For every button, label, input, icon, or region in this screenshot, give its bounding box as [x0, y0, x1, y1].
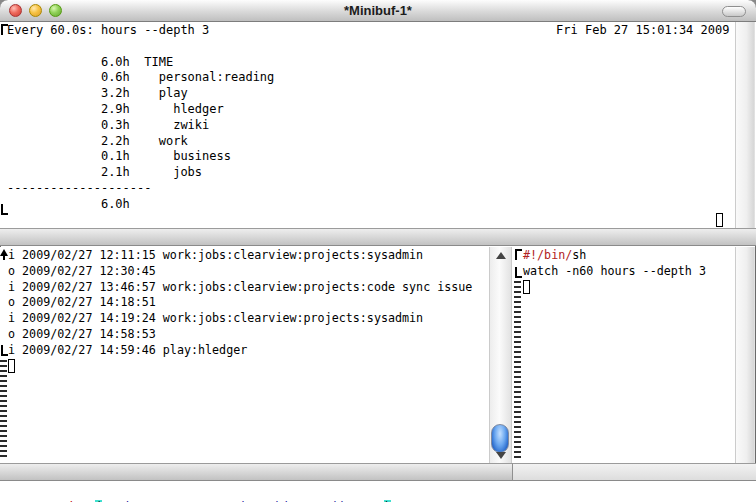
shebang-path: #!/bin/: [523, 248, 572, 262]
empty-lines-fringe-icon: [514, 281, 521, 460]
timelog-line: i 2009/02/27 14:19:24 work:jobs:clearvie…: [8, 311, 472, 327]
script-line: watch -n60 hours --depth 3: [523, 264, 706, 280]
term-line: 2.1h jobs: [7, 165, 729, 181]
timelog-text: i 2009/02/27 12:11:15 work:jobs:clearvie…: [8, 248, 472, 359]
titlebar[interactable]: *Minibuf-1*: [0, 0, 756, 22]
buffer-continues-up-arrow-icon: [3, 255, 5, 260]
term-cursor: [716, 213, 723, 227]
scroll-down-arrow-icon[interactable]: [496, 452, 506, 459]
term-line: 2.2h work: [7, 134, 729, 150]
modeline-timelog[interactable]: --:-- current.timelog Bot (3726,0) darcs…: [0, 463, 512, 481]
script-cursor: [523, 280, 530, 294]
timelog-line: o 2009/02/27 14:58:53: [8, 327, 472, 343]
term-line: [7, 39, 729, 55]
script-window[interactable]: #!/bin/sh watch -n60 hours --depth 3: [512, 247, 735, 463]
modeline-ansi-term[interactable]: -u:** *ansi-term* All (13,101) (Term: ch…: [0, 228, 756, 246]
timelog-line: o 2009/02/27 12:30:45: [8, 264, 472, 280]
term-output: Every 60.0s: hours --depth 3 Fri Feb 27 …: [7, 23, 729, 213]
term-line: 2.9h hledger: [7, 102, 729, 118]
buffer-end-corner-icon: [1, 345, 8, 356]
window-title: *Minibuf-1*: [0, 3, 756, 18]
shebang-line: #!/bin/sh: [523, 248, 706, 264]
script-scrollbar-track[interactable]: [735, 247, 755, 463]
timelog-line: i 2009/02/27 14:59:46 play:hledger: [8, 343, 472, 359]
timelog-window[interactable]: i 2009/02/27 12:11:15 work:jobs:clearvie…: [0, 247, 489, 463]
timelog-cursor: [8, 359, 15, 373]
term-window[interactable]: Every 60.0s: hours --depth 3 Fri Feb 27 …: [0, 22, 756, 228]
term-line: 6.0h: [7, 197, 729, 213]
timelog-line: i 2009/02/27 13:46:57 work:jobs:clearvie…: [8, 280, 472, 296]
term-line: 0.1h business: [7, 149, 729, 165]
emacs-frame: *Minibuf-1* Every 60.0s: hours --depth 3…: [0, 0, 756, 502]
term-line: --------------------: [7, 181, 729, 197]
timelog-line: i 2009/02/27 12:11:15 work:jobs:clearvie…: [8, 248, 472, 264]
shebang-interp: sh: [572, 248, 586, 262]
term-scrollbar-track[interactable]: [735, 22, 755, 228]
buffer-top-corner-icon: [515, 249, 522, 260]
term-line: Every 60.0s: hours --depth 3 Fri Feb 27 …: [7, 23, 729, 39]
term-line: 0.6h personal:reading: [7, 70, 729, 86]
minibuffer-text: Redo: (ansi-term "/Users/simon/bin/watch…: [8, 483, 391, 502]
scroll-up-arrow-icon[interactable]: [496, 252, 506, 259]
term-line: 6.0h TIME: [7, 55, 729, 71]
term-line: 3.2h play: [7, 86, 729, 102]
term-line: 0.3h zwiki: [7, 118, 729, 134]
modeline-watchhours[interactable]: --:-- watchhours All (3,0): [512, 463, 756, 481]
toolbar-toggle-button[interactable]: [722, 6, 746, 17]
timelog-scrollbar-thumb[interactable]: [491, 424, 509, 453]
script-text: #!/bin/sh watch -n60 hours --depth 3: [523, 248, 706, 280]
timelog-line: o 2009/02/27 14:18:51: [8, 295, 472, 311]
minibuffer[interactable]: Redo: (ansi-term "/Users/simon/bin/watch…: [0, 481, 756, 502]
buffer-end-corner-icon: [515, 267, 522, 278]
empty-lines-fringe-icon: [0, 360, 7, 460]
